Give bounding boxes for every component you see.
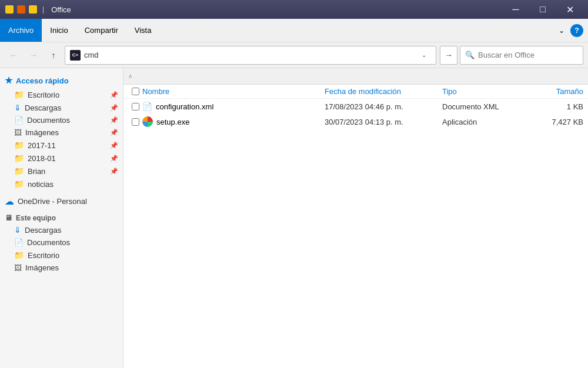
star-icon: ★ <box>5 75 12 86</box>
folder-icon: 📁 <box>14 90 24 99</box>
main-area: ★ Acceso rápido 📁 Escritorio 📌 ⇓ Descarg… <box>0 68 588 368</box>
row-checkbox-col <box>128 118 142 126</box>
app-icon-2 <box>16 5 26 14</box>
download-icon: ⇓ <box>14 103 21 112</box>
file-name-cell: setup.exe <box>142 116 325 127</box>
sidebar-item-pc-descargas[interactable]: ⇓ Descargas <box>0 223 123 236</box>
images-icon: 🖼 <box>14 263 22 272</box>
cmd-icon: C> <box>70 50 81 61</box>
sidebar-item-documentos[interactable]: 📄 Documentos 📌 <box>0 114 123 126</box>
maximize-button[interactable]: □ <box>529 0 556 19</box>
content-area: ∧ Nombre Fecha de modificación Tipo Tama… <box>123 68 588 368</box>
sidebar-item-label: Imágenes <box>25 128 59 137</box>
sidebar-item-label: Brian <box>28 167 45 176</box>
search-box[interactable]: 🔍 <box>460 46 583 65</box>
toolbar: ← → ↑ C> ⌄ → 🔍 <box>0 42 588 68</box>
up-button[interactable]: ↑ <box>45 46 62 64</box>
file-checkbox[interactable] <box>132 103 139 111</box>
minimize-button[interactable]: ─ <box>502 0 529 19</box>
file-name-label: setup.exe <box>156 118 189 126</box>
back-button[interactable]: ← <box>5 46 22 64</box>
app-icon-1 <box>5 5 14 14</box>
column-date[interactable]: Fecha de modificación <box>325 87 442 96</box>
quick-access-header[interactable]: ★ Acceso rápido <box>0 73 123 88</box>
window-controls[interactable]: ─ □ ✕ <box>502 0 583 19</box>
column-type[interactable]: Tipo <box>442 87 524 96</box>
title-bar-icons: | <box>5 5 46 14</box>
menu-item-inicio[interactable]: Inicio <box>42 19 76 42</box>
chevron-down-icon[interactable]: ⌄ <box>555 24 568 37</box>
header-checkbox-col <box>128 88 142 95</box>
sidebar-item-brian[interactable]: 📁 Brian 📌 <box>0 165 123 178</box>
onedrive-section[interactable]: ☁ OneDrive - Personal <box>0 193 123 210</box>
go-button[interactable]: → <box>440 46 457 65</box>
folder-icon-yellow: 📁 <box>14 166 24 176</box>
sidebar-item-label: Descargas <box>25 103 61 112</box>
pin-icon: 📌 <box>110 155 118 162</box>
app-icon-3 <box>28 5 38 14</box>
folder-icon-yellow: 📁 <box>14 153 24 163</box>
column-size[interactable]: Tamaño <box>524 87 583 96</box>
table-row[interactable]: 📄 configuration.xml 17/08/2023 04:46 p. … <box>123 99 588 114</box>
folder-icon-yellow: 📁 <box>14 179 24 189</box>
file-date-cell: 30/07/2023 04:13 p. m. <box>325 118 442 126</box>
title-separator: | <box>42 5 44 14</box>
sidebar-item-pc-imagenes[interactable]: 🖼 Imágenes <box>0 262 123 274</box>
sidebar: ★ Acceso rápido 📁 Escritorio 📌 ⇓ Descarg… <box>0 68 123 368</box>
pin-icon: 📌 <box>110 142 118 149</box>
file-type-cell: Documento XML <box>442 102 524 111</box>
onedrive-label: OneDrive - Personal <box>18 197 87 206</box>
window-title: Office <box>51 5 497 14</box>
pin-icon: 📌 <box>110 168 118 175</box>
file-size-cell: 1 KB <box>524 102 583 111</box>
menu-bar-right: ⌄ ? <box>555 24 588 37</box>
sidebar-item-pc-escritorio[interactable]: 📁 Escritorio <box>0 249 123 262</box>
address-bar[interactable]: C> ⌄ <box>65 46 436 65</box>
doc-icon: 📄 <box>14 238 24 247</box>
sidebar-item-label: noticias <box>28 180 54 189</box>
table-row[interactable]: setup.exe 30/07/2023 04:13 p. m. Aplicac… <box>123 114 588 129</box>
sidebar-item-2018-01[interactable]: 📁 2018-01 📌 <box>0 152 123 165</box>
row-checkbox-col <box>128 103 142 111</box>
menu-item-archivo[interactable]: Archivo <box>0 19 42 42</box>
quick-access-section: ★ Acceso rápido 📁 Escritorio 📌 ⇓ Descarg… <box>0 73 123 190</box>
this-pc-section[interactable]: 🖥 Este equipo <box>0 210 123 223</box>
file-name-cell: 📄 configuration.xml <box>142 102 325 111</box>
select-all-checkbox[interactable] <box>132 88 139 95</box>
doc-icon: 📄 <box>14 116 24 125</box>
sidebar-item-noticias[interactable]: 📁 noticias <box>0 178 123 190</box>
computer-icon: 🖥 <box>5 213 12 222</box>
sidebar-item-pc-documentos[interactable]: 📄 Documentos <box>0 236 123 249</box>
file-date-cell: 17/08/2023 04:46 p. m. <box>325 102 442 111</box>
sidebar-item-label: Escritorio <box>28 91 59 99</box>
menu-item-compartir[interactable]: Compartir <box>76 19 126 42</box>
sidebar-item-label: Documentos <box>27 238 70 247</box>
address-input[interactable] <box>84 51 413 59</box>
sidebar-item-2017-11[interactable]: 📁 2017-11 📌 <box>0 139 123 152</box>
sidebar-item-descargas[interactable]: ⇓ Descargas 📌 <box>0 101 123 114</box>
sidebar-item-label: Descargas <box>25 226 61 235</box>
sidebar-item-escritorio[interactable]: 📁 Escritorio 📌 <box>0 88 123 101</box>
menu-item-vista[interactable]: Vista <box>126 19 160 42</box>
images-icon: 🖼 <box>14 128 22 137</box>
sidebar-item-label: 2018-01 <box>28 154 56 163</box>
setup-exe-icon <box>142 116 153 127</box>
close-button[interactable]: ✕ <box>556 0 583 19</box>
file-name-label: configuration.xml <box>156 102 213 111</box>
title-bar: | Office ─ □ ✕ <box>0 0 588 19</box>
file-checkbox[interactable] <box>132 118 139 126</box>
sidebar-item-label: 2017-11 <box>28 141 56 150</box>
pin-icon: 📌 <box>110 129 118 136</box>
quick-access-label: Acceso rápido <box>16 76 69 85</box>
address-dropdown-icon[interactable]: ⌄ <box>417 46 431 64</box>
file-type-cell: Aplicación <box>442 118 524 126</box>
sidebar-item-imagenes[interactable]: 🖼 Imágenes 📌 <box>0 126 123 139</box>
help-button[interactable]: ? <box>570 24 583 37</box>
file-size-cell: 7,427 KB <box>524 118 583 126</box>
column-name[interactable]: Nombre <box>142 87 325 96</box>
pin-icon: 📌 <box>110 91 118 99</box>
download-icon: ⇓ <box>14 225 21 235</box>
onedrive-icon: ☁ <box>5 196 14 207</box>
search-input[interactable] <box>478 51 578 59</box>
forward-button[interactable]: → <box>25 46 42 64</box>
